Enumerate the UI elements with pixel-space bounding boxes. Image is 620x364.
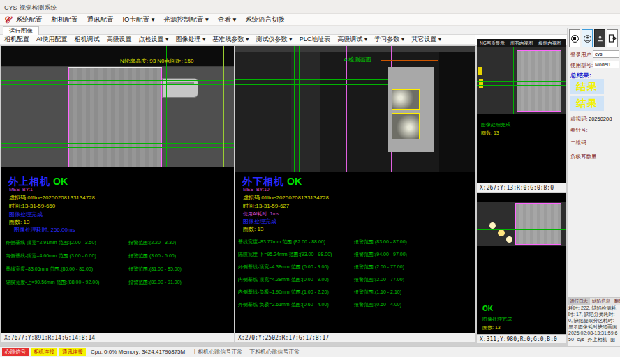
model-input[interactable]	[593, 61, 619, 68]
mes-line: MES_BY:10	[243, 187, 270, 192]
machine-detail	[291, 52, 320, 172]
tool-camera-debug[interactable]: 相机调试	[75, 35, 100, 44]
pause-button[interactable]	[569, 29, 580, 47]
measurement-row: 外侧基线-负极=2.61mm 范围:(0.60 - 4.00)报警范围:(0.6…	[238, 301, 478, 308]
measurement-value: 外侧基线-负极=2.61mm 范围:(0.60 - 4.00)	[238, 302, 329, 307]
log-tabs: 运行日志 缺陷信息 翻转信息	[568, 297, 620, 305]
tool-tester-params[interactable]: 测试仪参数 ▾	[256, 35, 293, 44]
tool-baseline-params[interactable]: 基准线参数 ▾	[213, 35, 249, 44]
tool-advanced-settings[interactable]: 高级设置	[107, 35, 132, 44]
cpu-memory-status: Cpu: 0.0% Memory: 3424.41796875M	[91, 349, 185, 355]
pixel-coordinate-status: X:267;Y:13;R:0;G:0;B:0	[477, 183, 566, 192]
loop-count-line: 圈数: 13	[243, 225, 263, 233]
menu-io-config[interactable]: IO卡配置 ▾	[122, 15, 154, 24]
flip-view-text: OK 图像处理完成 圈数: 13	[477, 246, 566, 334]
tool-spot-check[interactable]: 点检设置 ▾	[139, 35, 169, 44]
camera-name: 外上相机	[8, 176, 50, 187]
menu-camera-config[interactable]: 相机配置	[51, 15, 78, 24]
mes-line: MES_BY:1	[9, 187, 33, 192]
measure-line	[1, 147, 234, 148]
tab-run-image[interactable]: 运行图像	[3, 26, 39, 35]
user-gear-icon	[596, 35, 604, 43]
app-logo-icon: 𝒞	[3, 14, 10, 26]
menu-system-config[interactable]: 系统配置	[15, 15, 42, 24]
measurement-row: 基线宽度=83.05mm 范围:(80.00 - 86.00)报警范围:(81.…	[6, 266, 238, 273]
measurement-row: 内侧基线-负极=1.90mm 范围:(1.00 - 2.20)报警范围:(1.1…	[238, 289, 478, 296]
tab-flip-info[interactable]: 翻转信息	[612, 298, 620, 305]
result-badge-upper: 结果	[570, 79, 604, 94]
edge-line	[346, 46, 347, 172]
user-settings-button[interactable]	[594, 29, 605, 47]
edge-line	[299, 46, 300, 172]
tab-ng-display[interactable]: NG画质显示	[480, 40, 505, 47]
tab-cell-inner-view[interactable]: 极组内视图	[538, 40, 561, 47]
alarm-range: 报警范围:(3.00 - 5.00)	[128, 252, 176, 259]
sidebar: 登录用户: 使用型号: 总结果: 结果 结果 虚拟码: 20250208 卷针号…	[567, 28, 620, 346]
login-user-input[interactable]	[593, 50, 619, 58]
camera-panel-upper: N轮廓高度: 93 N0点间距: 150 外上相机OK MES_BY:1 虚拟码…	[1, 46, 234, 342]
window-title: CYS-视觉检测系统	[4, 3, 57, 13]
heartbeat-status-badge: 心跳信号	[2, 348, 29, 356]
process-time-line: 图像处理耗时: 256.00ms	[14, 226, 75, 234]
comm-connection-badge: 通讯连接	[59, 348, 86, 356]
measurement-row: 内侧基线-顶宽=4.60mm 范围:(3.00 - 6.00)报警范围:(3.0…	[6, 252, 238, 259]
result-ok: OK	[53, 176, 68, 187]
time-line: 时间:13-31-59-627	[243, 202, 289, 210]
tool-advanced-debug[interactable]: 高级调试 ▾	[337, 35, 367, 44]
menu-view[interactable]: 查看 ▾	[218, 15, 236, 24]
measurement-value: 外侧基线-顶宽=4.38mm 范围:(0.00 - 9.00)	[238, 264, 329, 269]
alarm-range: 报警范围:(0.60 - 4.00)	[354, 301, 401, 308]
alarm-range: 报警范围:(81.00 - 85.00)	[128, 266, 182, 273]
loop-count-line: 圈数: 13	[481, 130, 499, 137]
tool-plc-address[interactable]: PLC地址表	[300, 35, 331, 44]
measurement-row: 外侧基线-顶宽=4.38mm 范围:(0.00 - 9.00)报警范围:(2.0…	[238, 264, 478, 271]
user-login-button[interactable]	[582, 29, 593, 47]
camera-image-upper[interactable]: N轮廓高度: 93 N0点间距: 150	[1, 46, 234, 167]
menubar: 𝒞 系统配置 相机配置 通讯配置 IO卡配置 ▾ 光源控制配置 ▾ 查看 ▾ 系…	[0, 14, 620, 26]
roi-part-box	[515, 203, 561, 245]
process-done-line: 图像处理完成	[482, 316, 512, 323]
measure-line	[477, 229, 566, 230]
alarm-range: 报警范围:(2.00 - 77.00)	[354, 276, 404, 283]
run-log-text[interactable]: 耗时: 222, 缺陷检测耗时: 17, 缺陷分类耗时: 0, 缺陷提取分区耗时…	[568, 305, 619, 344]
measurement-row: 外侧基线-顶宽=2.91mm 范围:(2.00 - 3.50)报警范围:(2.2…	[6, 239, 238, 246]
tab-defect-info[interactable]: 缺陷信息	[590, 298, 612, 305]
edge-line	[313, 46, 313, 172]
machine-detail	[235, 46, 475, 52]
tool-image-processing[interactable]: 图像处理 ▾	[176, 35, 206, 44]
ai-time-line: 使用AI耗时: 1ms	[243, 211, 279, 218]
bright-spot	[489, 222, 496, 229]
edge-line	[318, 46, 318, 172]
tab-run-log[interactable]: 运行日志	[568, 298, 590, 305]
tab-all-inner-view[interactable]: 所有内视图	[510, 40, 533, 47]
measure-line	[1, 143, 234, 144]
measurement-value: 隔膜宽度-上=90.56mm 范围:(88.00 - 92.00)	[6, 280, 99, 285]
tool-ai-config[interactable]: AI使用配置	[36, 35, 68, 44]
virtual-code-line: 虚拟码:0ffline20250208133134728	[9, 194, 95, 202]
pixel-coordinate-status: X:311;Y:980;R:0;G:0;B:0	[477, 334, 566, 343]
pixel-coordinate-status: X:270;Y:2502;R:17;G:17;B:17	[235, 333, 475, 342]
menu-light-config[interactable]: 光源控制配置 ▾	[163, 15, 208, 24]
alarm-range: 报警范围:(2.00 - 77.00)	[354, 264, 404, 271]
tab-row: 运行图像	[0, 26, 620, 35]
menu-comm-config[interactable]: 通讯配置	[87, 15, 113, 24]
alarm-range: 报警范围:(89.00 - 91.00)	[128, 279, 182, 286]
alarm-range: 报警范围:(1.10 - 2.10)	[354, 289, 401, 296]
ng-view-image[interactable]	[477, 47, 566, 114]
measure-line	[235, 84, 392, 85]
virtual-code-line: 虚拟码:0ffline20250208133134728	[243, 194, 329, 202]
model-label: 使用型号:	[570, 62, 593, 69]
camera-text-upper: 外上相机OK MES_BY:1 虚拟码:0ffline2025020813313…	[1, 167, 234, 333]
camera-image-lower[interactable]: AI检测画面	[235, 46, 475, 172]
tool-camera-config[interactable]: 相机配置	[4, 35, 29, 44]
tool-learning-params[interactable]: 学习参数 ▾	[374, 35, 404, 44]
measure-line	[235, 79, 392, 80]
measure-line	[1, 84, 234, 85]
flip-view-image[interactable]	[477, 202, 566, 246]
exit-button[interactable]	[607, 29, 618, 47]
login-user-label: 登录用户:	[570, 52, 593, 59]
camera-panel-lower: AI检测画面 外下相机OK MES_BY:10 虚拟码:0ffline20250…	[235, 46, 475, 342]
ng-view-tabs: NG画质显示 所有内视图 极组内视图	[477, 39, 566, 47]
tool-other-settings[interactable]: 其它设置 ▾	[411, 35, 441, 44]
menu-language-switch[interactable]: 系统语言切换	[245, 15, 285, 24]
